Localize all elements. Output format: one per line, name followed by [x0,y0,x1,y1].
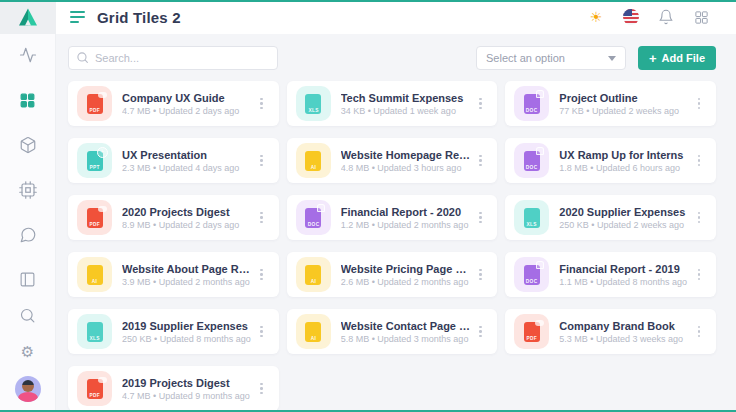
file-name: Financial Report - 2019 [559,263,692,275]
header: Grid Tiles 2 ☀ [56,0,736,34]
file-menu-button[interactable] [692,210,706,226]
file-meta: 34 KB • Updated 1 week ago [341,106,474,116]
app-switcher-button[interactable] [692,8,710,26]
file-card[interactable]: AI Website Homepage Redesign 4.8 MB • Up… [287,138,498,183]
file-card[interactable]: PDF 2020 Projects Digest 8.9 MB • Update… [68,195,279,240]
file-card-text: 2020 Projects Digest 8.9 MB • Updated 2 … [122,206,255,230]
file-card[interactable]: AI Website Contact Page Redesign 5.8 MB … [287,309,498,354]
user-avatar[interactable] [15,376,41,402]
file-extension-label: PDF [527,335,538,340]
file-card[interactable]: PDF Company UX Guide 4.7 MB • Updated 2 … [68,81,279,126]
file-type-icon: DOC [514,143,549,178]
file-menu-button[interactable] [255,153,269,169]
file-name: Project Outline [559,92,692,104]
language-button[interactable] [622,8,640,26]
file-menu-button[interactable] [473,153,487,169]
sidebar-item-layout[interactable] [17,268,39,290]
file-menu-button[interactable] [692,153,706,169]
file-card[interactable]: PDF 2019 Projects Digest 4.7 MB • Update… [68,366,279,411]
file-menu-button[interactable] [692,324,706,340]
activity-icon [19,46,37,64]
file-card-text: 2019 Supplier Expenses 250 KB • Updated … [122,320,255,344]
file-menu-button[interactable] [473,210,487,226]
file-extension-label: PPT [89,164,99,169]
file-menu-button[interactable] [255,324,269,340]
sidebar-item-search[interactable] [17,304,39,326]
gear-icon: ⚙ [21,344,34,359]
file-extension-label: PDF [89,107,100,112]
file-menu-button[interactable] [473,324,487,340]
file-meta: 250 KB • Updated 2 weeks ago [559,220,692,230]
file-name: 2020 Supplier Expenses [559,206,692,218]
file-type-icon: XLS [296,86,331,121]
file-card[interactable]: AI Website About Page Redesign 3.9 MB • … [68,252,279,297]
file-card[interactable]: DOC UX Ramp Up for Interns 1.8 MB • Upda… [505,138,716,183]
sidebar-item-packages[interactable] [17,134,39,156]
file-meta: 250 KB • Updated 8 months ago [122,334,255,344]
sidebar-item-system[interactable] [17,179,39,201]
file-card[interactable]: DOC Financial Report - 2019 1.1 MB • Upd… [505,252,716,297]
notifications-button[interactable] [657,8,675,26]
file-card[interactable]: PPT UX Presentation 2.3 MB • Updated 4 d… [68,138,279,183]
file-name: Tech Summit Expenses [341,92,474,104]
file-extension-label: PDF [89,221,100,226]
file-menu-button[interactable] [692,267,706,283]
file-type-icon: XLS [514,200,549,235]
add-file-button[interactable]: + Add File [638,46,716,70]
file-card[interactable]: AI Website Pricing Page Redesign 2.6 MB … [287,252,498,297]
file-type-icon: PPT [77,143,112,178]
file-type-icon: DOC [514,257,549,292]
file-card-text: Website Homepage Redesign 4.8 MB • Updat… [341,149,474,173]
file-menu-button[interactable] [692,96,706,112]
file-card-text: Financial Report - 2020 1.2 MB • Updated… [341,206,474,230]
theme-toggle-button[interactable]: ☀ [587,8,605,26]
main-area: Grid Tiles 2 ☀ [56,0,736,412]
file-menu-button[interactable] [255,210,269,226]
file-card[interactable]: PDF Company Brand Book 5.3 MB • Updated … [505,309,716,354]
file-type-icon: AI [296,257,331,292]
file-meta: 77 KB • Updated 2 weeks ago [559,106,692,116]
file-card-text: Company Brand Book 5.3 MB • Updated 3 we… [559,320,692,344]
file-menu-button[interactable] [473,267,487,283]
file-extension-label: PDF [89,392,100,397]
file-type-icon: PDF [77,200,112,235]
file-card[interactable]: XLS 2019 Supplier Expenses 250 KB • Upda… [68,309,279,354]
file-type-icon: AI [296,143,331,178]
file-card[interactable]: XLS Tech Summit Expenses 34 KB • Updated… [287,81,498,126]
file-menu-button[interactable] [473,96,487,112]
file-name: 2019 Supplier Expenses [122,320,255,332]
file-type-icon: DOC [514,86,549,121]
file-meta: 3.9 MB • Updated 2 months ago [122,277,255,287]
sidebar-item-messages[interactable] [17,224,39,246]
file-extension-label: AI [310,335,315,340]
sidebar-item-settings[interactable]: ⚙ [17,340,39,362]
file-menu-button[interactable] [255,96,269,112]
file-meta: 4.7 MB • Updated 2 days ago [122,106,255,116]
search-box [68,46,278,70]
file-type-icon: PDF [77,371,112,406]
add-file-label: Add File [662,52,705,64]
file-card[interactable]: DOC Financial Report - 2020 1.2 MB • Upd… [287,195,498,240]
file-name: Website About Page Redesign [122,263,255,275]
file-extension-label: DOC [526,107,538,112]
file-meta: 1.2 MB • Updated 2 months ago [341,220,474,230]
file-meta: 2.6 MB • Updated 2 months ago [341,277,474,287]
app-logo[interactable] [0,0,56,34]
chat-icon [19,226,37,244]
file-extension-label: DOC [526,164,538,169]
sun-icon: ☀ [590,10,603,24]
sidebar-item-grid-tiles[interactable] [17,89,39,111]
file-name: UX Ramp Up for Interns [559,149,692,161]
file-card-text: Company UX Guide 4.7 MB • Updated 2 days… [122,92,255,116]
us-flag-icon [623,9,639,25]
file-menu-button[interactable] [255,267,269,283]
hamburger-menu-icon[interactable] [70,11,85,23]
toolbar: Select an option + Add File [68,46,716,70]
file-card[interactable]: XLS 2020 Supplier Expenses 250 KB • Upda… [505,195,716,240]
file-type-select[interactable]: Select an option [476,46,626,70]
file-card[interactable]: DOC Project Outline 77 KB • Updated 2 we… [505,81,716,126]
file-card-text: Website Contact Page Redesign 5.8 MB • U… [341,320,474,344]
file-menu-button[interactable] [255,381,269,397]
search-input[interactable] [68,46,278,70]
sidebar-item-activity[interactable] [17,44,39,66]
